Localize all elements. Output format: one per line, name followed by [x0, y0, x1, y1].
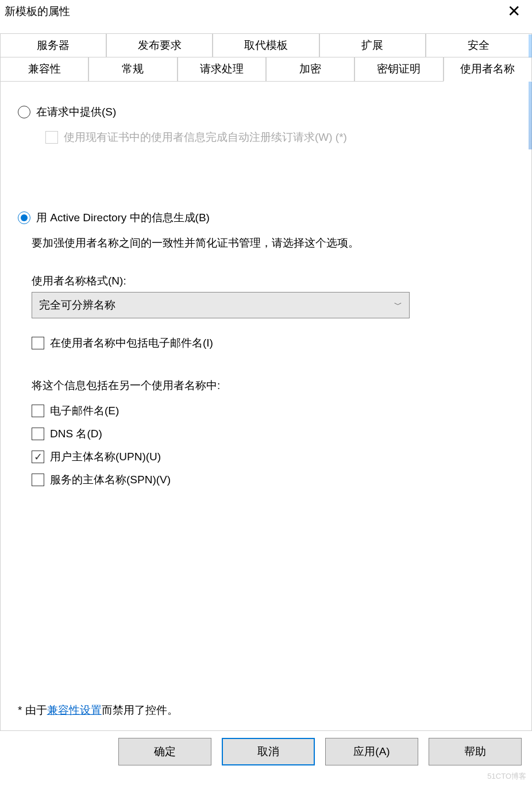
checkbox-email[interactable] [32, 405, 44, 417]
checkbox-email-in-subject-label: 在使用者名称中包括电子邮件名(I) [50, 336, 213, 351]
ad-section: 要加强使用者名称之间的一致性并简化证书管理，请选择这个选项。 使用者名称格式(N… [32, 236, 514, 487]
checkbox-autoenroll-label: 使用现有证书中的使用者信息完成自动注册续订请求(W) (*) [64, 130, 347, 145]
checkbox-upn-label: 用户主体名称(UPN)(U) [50, 449, 161, 464]
radio-supply-row: 在请求中提供(S) [18, 105, 514, 120]
footer-note: * 由于兼容性设置而禁用了控件。 [18, 703, 178, 718]
apply-button[interactable]: 应用(A) [325, 738, 418, 765]
tab-issuance[interactable]: 发布要求 [106, 33, 213, 57]
dialog-window: 新模板的属性 ✕ 服务器 发布要求 取代模板 扩展 安全 兼容性 常规 请求处理… [0, 0, 532, 785]
button-row: 确定 取消 应用(A) 帮助 [0, 731, 532, 765]
help-button[interactable]: 帮助 [429, 738, 522, 765]
spn-row: 服务的主体名称(SPN)(V) [32, 472, 514, 487]
checkbox-upn[interactable] [32, 451, 44, 463]
tab-security[interactable]: 安全 [426, 33, 532, 57]
ad-description: 要加强使用者名称之间的一致性并简化证书管理，请选择这个选项。 [32, 236, 514, 251]
subject-name-format-select[interactable]: 完全可分辨名称 ﹀ [32, 292, 410, 318]
email-in-subject-row: 在使用者名称中包括电子邮件名(I) [32, 336, 514, 351]
close-icon[interactable]: ✕ [503, 3, 525, 20]
checkbox-dns-label: DNS 名(D) [50, 426, 102, 441]
window-title: 新模板的属性 [5, 4, 70, 19]
format-label: 使用者名称格式(N): [32, 274, 514, 288]
checkbox-autoenroll [45, 131, 58, 144]
alt-subject-label: 将这个信息包括在另一个使用者名称中: [32, 378, 514, 393]
select-value: 完全可分辨名称 [39, 298, 115, 313]
dns-row: DNS 名(D) [32, 426, 514, 441]
radio-ad-label: 用 Active Directory 中的信息生成(B) [36, 210, 210, 225]
radio-supply-label: 在请求中提供(S) [36, 105, 116, 120]
tab-request-handling[interactable]: 请求处理 [178, 57, 266, 81]
footer-prefix: * 由于 [18, 704, 47, 716]
footer-suffix: 而禁用了控件。 [102, 704, 178, 716]
tab-subject-name[interactable]: 使用者名称 [444, 57, 532, 82]
radio-supply-in-request[interactable] [18, 106, 30, 118]
tab-row-2: 兼容性 常规 请求处理 加密 密钥证明 使用者名称 [0, 57, 532, 82]
ok-button[interactable]: 确定 [118, 738, 211, 765]
checkbox-dns[interactable] [32, 428, 44, 440]
radio-build-from-ad[interactable] [18, 211, 30, 224]
tab-row-1: 服务器 发布要求 取代模板 扩展 安全 [0, 33, 532, 57]
checkbox-spn[interactable] [32, 474, 44, 486]
cancel-button[interactable]: 取消 [222, 738, 315, 765]
radio-ad-row: 用 Active Directory 中的信息生成(B) [18, 210, 514, 225]
tab-general[interactable]: 常规 [88, 57, 177, 81]
titlebar: 新模板的属性 ✕ [0, 0, 532, 25]
tab-extensions[interactable]: 扩展 [319, 33, 426, 57]
tab-superseded[interactable]: 取代模板 [213, 33, 319, 57]
email-row: 电子邮件名(E) [32, 403, 514, 418]
checkbox-spn-label: 服务的主体名称(SPN)(V) [50, 472, 171, 487]
compatibility-settings-link[interactable]: 兼容性设置 [47, 704, 102, 716]
tab-key-attestation[interactable]: 密钥证明 [354, 57, 443, 81]
chevron-down-icon: ﹀ [394, 300, 402, 310]
tab-cryptography[interactable]: 加密 [266, 57, 354, 81]
watermark: 51CTO博客 [487, 771, 526, 782]
tabs-container: 服务器 发布要求 取代模板 扩展 安全 兼容性 常规 请求处理 加密 密钥证明 … [0, 33, 532, 82]
tab-compatibility[interactable]: 兼容性 [0, 57, 88, 81]
checkbox-email-label: 电子邮件名(E) [50, 403, 119, 418]
tab-content: 在请求中提供(S) 使用现有证书中的使用者信息完成自动注册续订请求(W) (*)… [0, 82, 532, 731]
upn-row: 用户主体名称(UPN)(U) [32, 449, 514, 464]
checkbox-email-in-subject[interactable] [32, 337, 44, 349]
autoenroll-row: 使用现有证书中的使用者信息完成自动注册续订请求(W) (*) [45, 130, 514, 145]
tab-server[interactable]: 服务器 [0, 33, 106, 57]
